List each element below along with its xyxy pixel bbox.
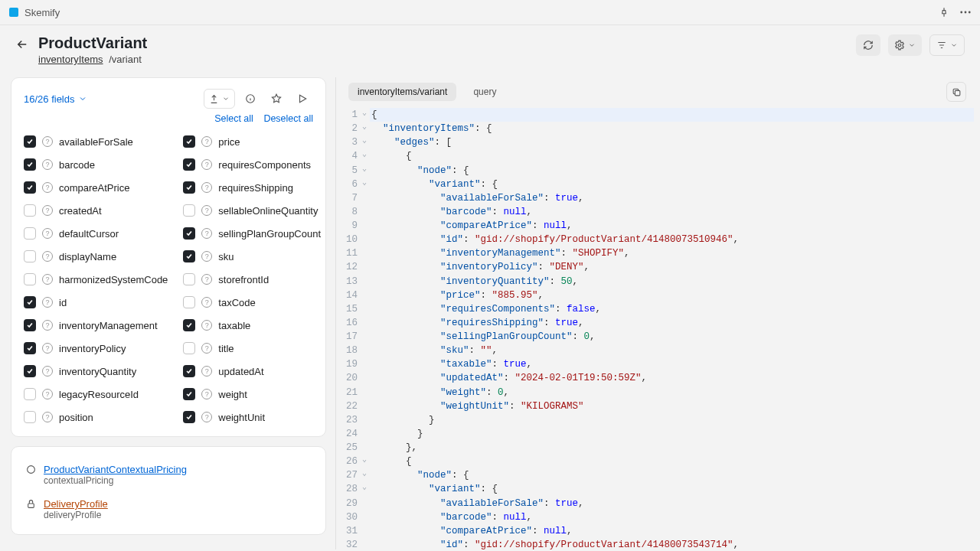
- header: ProductVariant inventoryItems /variant: [0, 25, 980, 70]
- field-checkbox[interactable]: [183, 411, 195, 423]
- help-icon[interactable]: ?: [42, 343, 53, 354]
- field-row: ?createdAt: [24, 199, 168, 222]
- field-checkbox[interactable]: [24, 158, 36, 171]
- field-checkbox[interactable]: [24, 296, 36, 308]
- help-icon[interactable]: ?: [42, 182, 53, 193]
- field-row: ?price: [183, 130, 321, 153]
- field-row: ?updatedAt: [183, 360, 321, 383]
- pin-icon[interactable]: [939, 7, 949, 18]
- field-checkbox[interactable]: [183, 365, 195, 377]
- help-icon[interactable]: ?: [201, 343, 212, 354]
- code-line: 24 }: [336, 427, 974, 441]
- help-icon[interactable]: ?: [42, 297, 53, 308]
- field-label: storefrontId: [218, 274, 269, 285]
- field-checkbox[interactable]: [183, 158, 195, 171]
- help-icon[interactable]: ?: [42, 274, 53, 285]
- field-checkbox[interactable]: [24, 135, 36, 148]
- settings-button[interactable]: [888, 34, 922, 56]
- field-checkbox[interactable]: [183, 319, 195, 331]
- field-label: createdAt: [59, 205, 102, 217]
- help-icon[interactable]: ?: [42, 320, 53, 331]
- field-checkbox[interactable]: [183, 135, 195, 148]
- connection-link[interactable]: ProductVariantContextualPricing: [44, 464, 187, 475]
- help-icon[interactable]: ?: [42, 159, 53, 170]
- code-editor[interactable]: 1⌄{2⌄ "inventoryItems": {3⌄ "edges": [4⌄…: [336, 108, 974, 549]
- code-line: 18 "sku": "",: [336, 344, 974, 357]
- code-line: 26⌄ {: [336, 455, 974, 468]
- field-checkbox[interactable]: [24, 204, 36, 217]
- svg-point-1: [965, 11, 967, 14]
- back-button[interactable]: [15, 37, 29, 51]
- field-label: harmonizedSystemCode: [59, 274, 168, 285]
- fields-count-toggle[interactable]: 16/26 fields: [24, 93, 87, 105]
- help-icon[interactable]: ?: [201, 205, 212, 216]
- help-icon[interactable]: ?: [201, 366, 212, 377]
- connection-item: DeliveryProfiledeliveryProfile: [24, 492, 313, 527]
- field-row: ?availableForSale: [24, 130, 168, 153]
- field-row: ?sellableOnlineQuantity: [183, 199, 321, 222]
- field-checkbox[interactable]: [24, 411, 36, 423]
- run-button[interactable]: [292, 89, 313, 109]
- field-checkbox[interactable]: [183, 227, 195, 240]
- deselect-all-link[interactable]: Deselect all: [263, 113, 313, 124]
- field-checkbox[interactable]: [183, 342, 195, 354]
- tab-query[interactable]: query: [464, 83, 505, 101]
- field-row: ?defaultCursor: [24, 222, 168, 245]
- help-icon[interactable]: ?: [42, 205, 53, 216]
- field-row: ?weightUnit: [183, 406, 321, 429]
- chevron-down-icon: [78, 94, 87, 103]
- connection-link[interactable]: DeliveryProfile: [44, 498, 108, 510]
- field-checkbox[interactable]: [24, 250, 36, 262]
- help-icon[interactable]: ?: [201, 228, 212, 239]
- field-checkbox[interactable]: [24, 319, 36, 331]
- help-icon[interactable]: ?: [42, 136, 53, 147]
- field-row: ?displayName: [24, 245, 168, 268]
- help-icon[interactable]: ?: [42, 228, 53, 239]
- field-checkbox[interactable]: [24, 388, 36, 400]
- star-button[interactable]: [266, 89, 287, 109]
- help-icon[interactable]: ?: [201, 251, 212, 262]
- field-checkbox[interactable]: [24, 227, 36, 240]
- code-line: 17 "sellingPlanGroupCount": 0,: [336, 330, 974, 344]
- help-icon[interactable]: ?: [42, 366, 53, 377]
- help-icon[interactable]: ?: [201, 182, 212, 193]
- copy-button[interactable]: [946, 82, 966, 102]
- help-icon[interactable]: ?: [42, 389, 53, 399]
- code-line: 32 "id": "gid://shopify/ProductVariant/4…: [336, 538, 974, 549]
- field-checkbox[interactable]: [183, 250, 195, 262]
- help-icon[interactable]: ?: [42, 412, 53, 422]
- info-button[interactable]: [240, 89, 261, 109]
- field-label: inventoryManagement: [59, 320, 158, 331]
- select-all-link[interactable]: Select all: [214, 113, 253, 124]
- refresh-button[interactable]: [856, 34, 880, 56]
- field-checkbox[interactable]: [24, 342, 36, 354]
- field-checkbox[interactable]: [183, 296, 195, 308]
- field-checkbox[interactable]: [24, 181, 36, 194]
- code-line: 30 "barcode": null,: [336, 510, 974, 524]
- svg-point-3: [898, 44, 901, 47]
- more-icon[interactable]: [960, 7, 971, 18]
- filter-button[interactable]: [929, 34, 965, 56]
- tab-path[interactable]: inventoryItems/variant: [348, 83, 456, 101]
- help-icon[interactable]: ?: [201, 159, 212, 170]
- field-label: price: [218, 136, 240, 148]
- field-label: position: [59, 412, 93, 423]
- help-icon[interactable]: ?: [201, 320, 212, 331]
- help-icon[interactable]: ?: [201, 389, 212, 399]
- help-icon[interactable]: ?: [201, 412, 212, 422]
- app-icon: [9, 8, 18, 17]
- field-checkbox[interactable]: [183, 204, 195, 217]
- code-line: 13 "inventoryQuantity": 50,: [336, 275, 974, 289]
- field-checkbox[interactable]: [183, 388, 195, 400]
- field-checkbox[interactable]: [183, 273, 195, 285]
- help-icon[interactable]: ?: [201, 274, 212, 285]
- field-checkbox[interactable]: [24, 273, 36, 285]
- export-button[interactable]: [204, 89, 235, 109]
- help-icon[interactable]: ?: [201, 297, 212, 308]
- field-checkbox[interactable]: [183, 181, 195, 194]
- field-checkbox[interactable]: [24, 365, 36, 377]
- help-icon[interactable]: ?: [201, 136, 212, 147]
- help-icon[interactable]: ?: [42, 251, 53, 262]
- field-label: requiresShipping: [218, 182, 293, 194]
- breadcrumb-link[interactable]: inventoryItems: [38, 54, 103, 65]
